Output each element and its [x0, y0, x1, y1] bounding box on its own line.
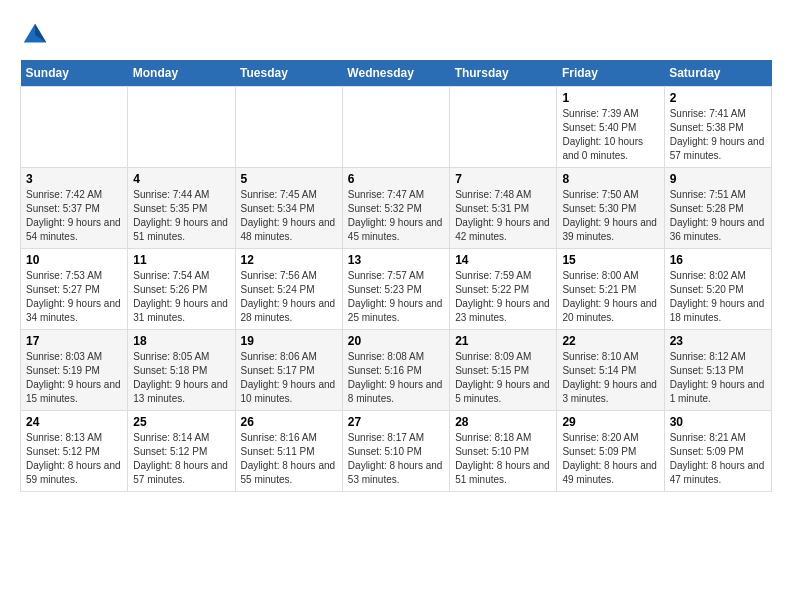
- calendar-cell: 24Sunrise: 8:13 AMSunset: 5:12 PMDayligh…: [21, 411, 128, 492]
- calendar-cell: [21, 87, 128, 168]
- day-number: 16: [670, 253, 766, 267]
- calendar-cell: 4Sunrise: 7:44 AMSunset: 5:35 PMDaylight…: [128, 168, 235, 249]
- calendar-cell: 5Sunrise: 7:45 AMSunset: 5:34 PMDaylight…: [235, 168, 342, 249]
- day-info: Sunrise: 7:41 AMSunset: 5:38 PMDaylight:…: [670, 107, 766, 163]
- day-number: 3: [26, 172, 122, 186]
- calendar-cell: 15Sunrise: 8:00 AMSunset: 5:21 PMDayligh…: [557, 249, 664, 330]
- day-number: 21: [455, 334, 551, 348]
- day-number: 27: [348, 415, 444, 429]
- day-number: 18: [133, 334, 229, 348]
- calendar-cell: 1Sunrise: 7:39 AMSunset: 5:40 PMDaylight…: [557, 87, 664, 168]
- day-number: 10: [26, 253, 122, 267]
- day-info: Sunrise: 8:00 AMSunset: 5:21 PMDaylight:…: [562, 269, 658, 325]
- calendar-cell: 9Sunrise: 7:51 AMSunset: 5:28 PMDaylight…: [664, 168, 771, 249]
- calendar-cell: 13Sunrise: 7:57 AMSunset: 5:23 PMDayligh…: [342, 249, 449, 330]
- day-info: Sunrise: 8:02 AMSunset: 5:20 PMDaylight:…: [670, 269, 766, 325]
- day-info: Sunrise: 7:45 AMSunset: 5:34 PMDaylight:…: [241, 188, 337, 244]
- calendar-cell: 14Sunrise: 7:59 AMSunset: 5:22 PMDayligh…: [450, 249, 557, 330]
- calendar-cell: 19Sunrise: 8:06 AMSunset: 5:17 PMDayligh…: [235, 330, 342, 411]
- day-number: 7: [455, 172, 551, 186]
- calendar-cell: 10Sunrise: 7:53 AMSunset: 5:27 PMDayligh…: [21, 249, 128, 330]
- day-info: Sunrise: 8:09 AMSunset: 5:15 PMDaylight:…: [455, 350, 551, 406]
- day-info: Sunrise: 7:53 AMSunset: 5:27 PMDaylight:…: [26, 269, 122, 325]
- calendar-week-row: 24Sunrise: 8:13 AMSunset: 5:12 PMDayligh…: [21, 411, 772, 492]
- day-info: Sunrise: 7:59 AMSunset: 5:22 PMDaylight:…: [455, 269, 551, 325]
- calendar-cell: 30Sunrise: 8:21 AMSunset: 5:09 PMDayligh…: [664, 411, 771, 492]
- day-info: Sunrise: 7:47 AMSunset: 5:32 PMDaylight:…: [348, 188, 444, 244]
- day-number: 25: [133, 415, 229, 429]
- day-number: 14: [455, 253, 551, 267]
- day-number: 24: [26, 415, 122, 429]
- day-info: Sunrise: 7:56 AMSunset: 5:24 PMDaylight:…: [241, 269, 337, 325]
- day-info: Sunrise: 7:39 AMSunset: 5:40 PMDaylight:…: [562, 107, 658, 163]
- calendar-cell: 28Sunrise: 8:18 AMSunset: 5:10 PMDayligh…: [450, 411, 557, 492]
- day-info: Sunrise: 8:13 AMSunset: 5:12 PMDaylight:…: [26, 431, 122, 487]
- day-info: Sunrise: 8:03 AMSunset: 5:19 PMDaylight:…: [26, 350, 122, 406]
- calendar-cell: 26Sunrise: 8:16 AMSunset: 5:11 PMDayligh…: [235, 411, 342, 492]
- calendar-week-row: 3Sunrise: 7:42 AMSunset: 5:37 PMDaylight…: [21, 168, 772, 249]
- day-number: 6: [348, 172, 444, 186]
- day-info: Sunrise: 8:08 AMSunset: 5:16 PMDaylight:…: [348, 350, 444, 406]
- day-info: Sunrise: 8:21 AMSunset: 5:09 PMDaylight:…: [670, 431, 766, 487]
- calendar-cell: 7Sunrise: 7:48 AMSunset: 5:31 PMDaylight…: [450, 168, 557, 249]
- calendar: SundayMondayTuesdayWednesdayThursdayFrid…: [20, 60, 772, 492]
- day-number: 28: [455, 415, 551, 429]
- weekday-header: Saturday: [664, 60, 771, 87]
- day-number: 2: [670, 91, 766, 105]
- calendar-cell: 8Sunrise: 7:50 AMSunset: 5:30 PMDaylight…: [557, 168, 664, 249]
- calendar-cell: [128, 87, 235, 168]
- day-info: Sunrise: 7:50 AMSunset: 5:30 PMDaylight:…: [562, 188, 658, 244]
- calendar-week-row: 1Sunrise: 7:39 AMSunset: 5:40 PMDaylight…: [21, 87, 772, 168]
- calendar-cell: 21Sunrise: 8:09 AMSunset: 5:15 PMDayligh…: [450, 330, 557, 411]
- day-number: 17: [26, 334, 122, 348]
- page-header: [20, 20, 772, 50]
- day-number: 9: [670, 172, 766, 186]
- day-number: 12: [241, 253, 337, 267]
- day-number: 15: [562, 253, 658, 267]
- day-info: Sunrise: 8:06 AMSunset: 5:17 PMDaylight:…: [241, 350, 337, 406]
- calendar-cell: [450, 87, 557, 168]
- day-number: 13: [348, 253, 444, 267]
- day-number: 29: [562, 415, 658, 429]
- day-info: Sunrise: 8:12 AMSunset: 5:13 PMDaylight:…: [670, 350, 766, 406]
- day-number: 26: [241, 415, 337, 429]
- weekday-header: Monday: [128, 60, 235, 87]
- calendar-week-row: 10Sunrise: 7:53 AMSunset: 5:27 PMDayligh…: [21, 249, 772, 330]
- day-info: Sunrise: 8:14 AMSunset: 5:12 PMDaylight:…: [133, 431, 229, 487]
- day-number: 4: [133, 172, 229, 186]
- calendar-cell: 11Sunrise: 7:54 AMSunset: 5:26 PMDayligh…: [128, 249, 235, 330]
- calendar-cell: 20Sunrise: 8:08 AMSunset: 5:16 PMDayligh…: [342, 330, 449, 411]
- calendar-cell: 17Sunrise: 8:03 AMSunset: 5:19 PMDayligh…: [21, 330, 128, 411]
- day-number: 1: [562, 91, 658, 105]
- day-number: 5: [241, 172, 337, 186]
- day-number: 23: [670, 334, 766, 348]
- day-number: 8: [562, 172, 658, 186]
- day-info: Sunrise: 8:05 AMSunset: 5:18 PMDaylight:…: [133, 350, 229, 406]
- calendar-week-row: 17Sunrise: 8:03 AMSunset: 5:19 PMDayligh…: [21, 330, 772, 411]
- logo-icon: [20, 20, 50, 50]
- weekday-header: Tuesday: [235, 60, 342, 87]
- weekday-header: Sunday: [21, 60, 128, 87]
- day-info: Sunrise: 8:17 AMSunset: 5:10 PMDaylight:…: [348, 431, 444, 487]
- calendar-cell: [342, 87, 449, 168]
- calendar-header-row: SundayMondayTuesdayWednesdayThursdayFrid…: [21, 60, 772, 87]
- day-info: Sunrise: 7:57 AMSunset: 5:23 PMDaylight:…: [348, 269, 444, 325]
- calendar-cell: 18Sunrise: 8:05 AMSunset: 5:18 PMDayligh…: [128, 330, 235, 411]
- calendar-cell: 23Sunrise: 8:12 AMSunset: 5:13 PMDayligh…: [664, 330, 771, 411]
- calendar-cell: 12Sunrise: 7:56 AMSunset: 5:24 PMDayligh…: [235, 249, 342, 330]
- calendar-cell: [235, 87, 342, 168]
- day-info: Sunrise: 7:51 AMSunset: 5:28 PMDaylight:…: [670, 188, 766, 244]
- calendar-cell: 25Sunrise: 8:14 AMSunset: 5:12 PMDayligh…: [128, 411, 235, 492]
- calendar-cell: 27Sunrise: 8:17 AMSunset: 5:10 PMDayligh…: [342, 411, 449, 492]
- calendar-cell: 6Sunrise: 7:47 AMSunset: 5:32 PMDaylight…: [342, 168, 449, 249]
- day-number: 20: [348, 334, 444, 348]
- day-number: 19: [241, 334, 337, 348]
- weekday-header: Wednesday: [342, 60, 449, 87]
- day-info: Sunrise: 8:16 AMSunset: 5:11 PMDaylight:…: [241, 431, 337, 487]
- day-info: Sunrise: 8:10 AMSunset: 5:14 PMDaylight:…: [562, 350, 658, 406]
- weekday-header: Friday: [557, 60, 664, 87]
- day-info: Sunrise: 7:42 AMSunset: 5:37 PMDaylight:…: [26, 188, 122, 244]
- calendar-cell: 16Sunrise: 8:02 AMSunset: 5:20 PMDayligh…: [664, 249, 771, 330]
- logo: [20, 20, 54, 50]
- day-info: Sunrise: 8:18 AMSunset: 5:10 PMDaylight:…: [455, 431, 551, 487]
